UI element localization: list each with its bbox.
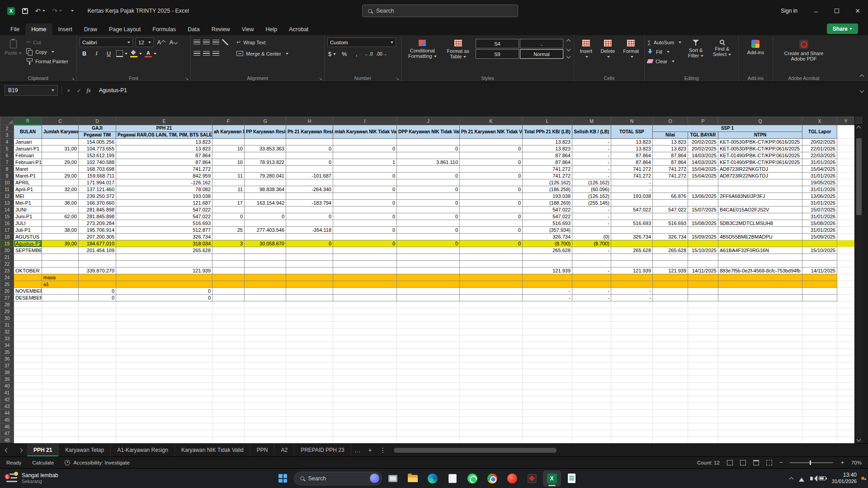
cell-C10[interactable]: [42, 179, 79, 186]
cell-J43[interactable]: [397, 403, 460, 410]
cell-I43[interactable]: [333, 403, 397, 410]
cell-I13[interactable]: 0: [333, 200, 397, 206]
cell-Y10[interactable]: [837, 179, 855, 186]
cell-G12[interactable]: [245, 193, 286, 200]
menu-tab-draw[interactable]: Draw: [78, 23, 103, 35]
font-color-button[interactable]: A: [145, 49, 156, 58]
cell-Y18[interactable]: [837, 234, 855, 240]
cell-B22[interactable]: [14, 261, 42, 267]
cell-P31[interactable]: [688, 322, 718, 328]
cell-Y29[interactable]: [837, 308, 855, 315]
column-header-K[interactable]: K: [460, 117, 523, 125]
cell-H20[interactable]: [286, 247, 333, 254]
cell-D7[interactable]: 102.740.588: [79, 159, 116, 166]
cell-F30[interactable]: [212, 315, 245, 322]
cell-E22[interactable]: [116, 261, 212, 267]
cell-O28[interactable]: [653, 301, 688, 308]
cell-C13[interactable]: 38,00: [42, 200, 79, 206]
cell-H12[interactable]: [286, 193, 333, 200]
header-cell[interactable]: PP Karyawan Resig: [245, 125, 286, 139]
header-cell[interactable]: TGL BAYAR: [688, 132, 718, 139]
sheet-tab-ppn[interactable]: PPN: [250, 444, 275, 456]
number-format-combo[interactable]: Custom: [327, 38, 396, 47]
column-header-G[interactable]: G: [245, 117, 286, 125]
cell-H7[interactable]: 0: [286, 159, 333, 166]
cell-B34[interactable]: [14, 342, 42, 349]
cell-H8[interactable]: [286, 166, 333, 173]
cell-K10[interactable]: [460, 179, 523, 186]
decrease-decimal-icon[interactable]: .00→: [376, 49, 387, 59]
cell-O10[interactable]: [653, 179, 688, 186]
cell-I12[interactable]: [333, 193, 397, 200]
cell-J35[interactable]: [397, 349, 460, 356]
row-header-46[interactable]: 46: [0, 423, 14, 430]
cell-X21[interactable]: [802, 254, 837, 261]
cell-X8[interactable]: 15/04/2025: [802, 166, 837, 173]
fill-button[interactable]: Fill: [647, 47, 681, 56]
cell-B31[interactable]: [14, 322, 42, 328]
row-header-5[interactable]: 5: [0, 145, 14, 152]
row-header-20[interactable]: 20: [0, 247, 14, 254]
cell-F27[interactable]: [212, 295, 245, 301]
cell-Y35[interactable]: [837, 349, 855, 356]
cell-L13[interactable]: (188.269): [523, 200, 572, 206]
cell-F6[interactable]: [212, 152, 245, 159]
cell-E24[interactable]: [116, 274, 212, 281]
cell-D16[interactable]: 273.209.284: [79, 220, 116, 227]
cell-P13[interactable]: [688, 200, 718, 206]
cell-O40[interactable]: [653, 383, 688, 389]
cell-K9[interactable]: 0: [460, 173, 523, 179]
cell-D18[interactable]: 207.200.305: [79, 234, 116, 240]
cell-C34[interactable]: [42, 342, 79, 349]
cell-G31[interactable]: [245, 322, 286, 328]
cell-F8[interactable]: [212, 166, 245, 173]
cell-H13[interactable]: -183.794: [286, 200, 333, 206]
vertical-scrollbar[interactable]: [854, 117, 863, 443]
cell-Y22[interactable]: [837, 261, 855, 267]
cell-B33[interactable]: [14, 335, 42, 342]
row-header-2[interactable]: 2: [0, 125, 14, 132]
addins-button[interactable]: Add-ins: [745, 38, 766, 57]
cell-N12[interactable]: 193.038: [611, 193, 653, 200]
cell-J45[interactable]: [397, 417, 460, 423]
cell-F14[interactable]: [212, 206, 245, 213]
cell-D9[interactable]: 159.668.711: [79, 173, 116, 179]
cell-D35[interactable]: [79, 349, 116, 356]
cell-P16[interactable]: 15/08/2025: [688, 220, 718, 227]
cell-E18[interactable]: 326.734: [116, 234, 212, 240]
cell-Y9[interactable]: [837, 173, 855, 179]
adobe-button[interactable]: [523, 470, 541, 487]
cell-G23[interactable]: [245, 267, 286, 274]
cell-L37[interactable]: [523, 362, 572, 369]
cell-N16[interactable]: 516.693: [611, 220, 653, 227]
cell-H14[interactable]: [286, 206, 333, 213]
cell-N20[interactable]: 265.628: [611, 247, 653, 254]
cell-E33[interactable]: [116, 335, 212, 342]
cell-K40[interactable]: [460, 383, 523, 389]
header-cell[interactable]: BULAN: [14, 125, 42, 139]
cell-X5[interactable]: 22/01/2026: [802, 145, 837, 152]
cell-J14[interactable]: [397, 206, 460, 213]
cell-M41[interactable]: [572, 389, 611, 396]
menu-tab-view[interactable]: View: [236, 23, 260, 35]
cell-B8[interactable]: Maret: [14, 166, 42, 173]
cell-K31[interactable]: [460, 322, 523, 328]
cell-F47[interactable]: [212, 430, 245, 437]
cell-C20[interactable]: [42, 247, 79, 254]
cell-P45[interactable]: [688, 417, 718, 423]
cell-L28[interactable]: [523, 301, 572, 308]
row-header-38[interactable]: 38: [0, 369, 14, 376]
row-header-10[interactable]: 10: [0, 179, 14, 186]
cell-O27[interactable]: [653, 295, 688, 301]
cell-L36[interactable]: [523, 356, 572, 362]
cell-Q36[interactable]: [718, 356, 802, 362]
cell-style-normal[interactable]: Normal: [520, 49, 563, 59]
cell-I6[interactable]: [333, 152, 397, 159]
cell-H40[interactable]: [286, 383, 333, 389]
cell-M31[interactable]: [572, 322, 611, 328]
cell-J4[interactable]: [397, 139, 460, 145]
cell-Q6[interactable]: KET-01490/PBK-CT/KPP.0616/2025: [718, 152, 802, 159]
cell-E7[interactable]: 87.864: [116, 159, 212, 166]
cell-P44[interactable]: [688, 410, 718, 417]
cell-E38[interactable]: [116, 369, 212, 376]
